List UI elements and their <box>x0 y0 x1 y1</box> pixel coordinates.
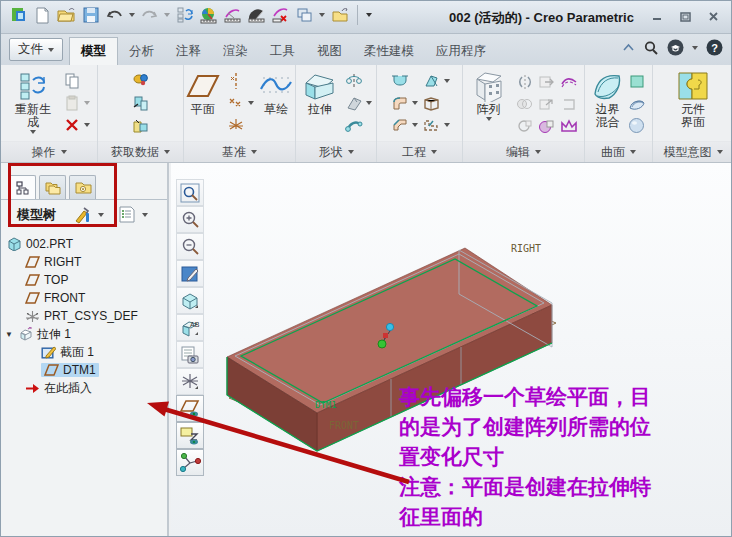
tree-item-top[interactable]: TOP <box>1 271 167 289</box>
tab-render[interactable]: 渲染 <box>212 37 259 65</box>
tab-view[interactable]: 视图 <box>306 37 353 65</box>
datum-axis-icon[interactable] <box>226 71 246 91</box>
zoom-out-button[interactable] <box>176 233 204 260</box>
undo-menu-caret[interactable] <box>129 13 135 17</box>
minimize-button[interactable] <box>650 10 665 23</box>
draft-icon[interactable] <box>422 71 442 91</box>
intersect-icon[interactable] <box>538 119 555 134</box>
sketch-button[interactable]: 草绘 <box>258 69 296 116</box>
tree-settings-button[interactable] <box>118 205 136 224</box>
chamfer-caret[interactable] <box>412 123 418 127</box>
saved-orientations-button[interactable]: AB <box>176 314 204 341</box>
windows-menu-caret[interactable] <box>319 13 325 17</box>
regenerate-button[interactable]: 重新生成 <box>8 69 58 134</box>
group-label-engineering[interactable]: 工程 <box>377 141 462 162</box>
offset-icon[interactable] <box>560 75 578 89</box>
datum-plane-button[interactable]: 平面 <box>184 69 222 116</box>
file-menu-button[interactable]: 文件 <box>9 38 63 61</box>
boundary-blend-button[interactable]: 边界混合 <box>591 69 625 129</box>
plane-display-toggle[interactable] <box>176 395 204 422</box>
swept-blend-icon[interactable] <box>344 115 364 135</box>
datum-display-button[interactable] <box>176 368 204 395</box>
measure-angle-icon[interactable] <box>247 6 266 25</box>
datum-point-caret[interactable] <box>248 101 254 105</box>
expand-collapse-icon[interactable]: ▼ <box>5 330 13 339</box>
tab-annotate[interactable]: 注释 <box>165 37 212 65</box>
tree-item-right[interactable]: RIGHT <box>1 253 167 271</box>
refit-button[interactable] <box>176 179 204 206</box>
resource-center-caret[interactable] <box>692 46 698 50</box>
shrinkwrap-icon[interactable] <box>131 115 151 135</box>
restore-button[interactable] <box>678 10 693 23</box>
pattern-button[interactable]: 阵列 <box>468 69 510 121</box>
open-session-folder-icon[interactable] <box>330 6 349 25</box>
annotation-display-toggle[interactable] <box>176 422 204 449</box>
undo-button[interactable] <box>105 6 124 25</box>
tab-tools[interactable]: 工具 <box>259 37 306 65</box>
rib-caret[interactable] <box>444 123 450 127</box>
style-surface-icon[interactable] <box>627 93 647 113</box>
customize-quick-toolbar-caret[interactable] <box>366 13 372 17</box>
extrude-button[interactable]: 拉伸 <box>300 69 340 116</box>
import-geometry-icon[interactable] <box>131 93 151 113</box>
tab-analysis[interactable]: 分析 <box>118 37 165 65</box>
view-manager-button[interactable] <box>176 341 204 368</box>
round-caret[interactable] <box>412 101 418 105</box>
resource-center-button[interactable] <box>667 39 684 56</box>
trim-icon[interactable] <box>561 98 577 111</box>
paste-caret[interactable] <box>84 101 90 105</box>
freestyle-icon[interactable] <box>627 115 647 135</box>
rib-icon[interactable] <box>422 115 442 135</box>
merge-icon[interactable] <box>516 97 533 111</box>
tree-item-dtm1[interactable]: DTM1 <box>1 361 167 379</box>
delete-button[interactable] <box>62 115 82 135</box>
redo-menu-caret[interactable] <box>164 13 170 17</box>
group-label-editing[interactable]: 编辑 <box>463 141 584 162</box>
revolve-icon[interactable] <box>344 71 364 91</box>
spin-center-toggle[interactable] <box>176 449 204 476</box>
project-icon[interactable] <box>538 97 555 111</box>
tree-item-csys[interactable]: PRT_CSYS_DEF <box>1 307 167 325</box>
help-button[interactable]: ? <box>706 39 723 56</box>
display-style-button[interactable] <box>176 287 204 314</box>
group-label-operations[interactable]: 操作 <box>1 141 97 162</box>
component-interface-button[interactable]: 元件界面 <box>671 69 715 129</box>
zoom-in-button[interactable] <box>176 206 204 233</box>
sweep-icon[interactable] <box>344 93 364 113</box>
analysis-measure-icon[interactable] <box>199 6 218 25</box>
sweep-caret[interactable] <box>366 101 372 105</box>
tree-item-section[interactable]: 截面 1 <box>1 343 167 361</box>
datum-point-icon[interactable] <box>226 93 246 113</box>
group-label-model-intent[interactable]: 模型意图 <box>653 141 732 162</box>
tree-item-front[interactable]: FRONT <box>1 289 167 307</box>
group-label-datum[interactable]: 基准 <box>184 141 295 162</box>
paste-button[interactable] <box>62 93 82 113</box>
round-icon[interactable] <box>390 93 410 113</box>
close-button[interactable] <box>706 10 721 23</box>
fill-surface-icon[interactable] <box>627 71 647 91</box>
regenerate-quick-button[interactable] <box>175 6 194 25</box>
draft-caret[interactable] <box>444 79 450 83</box>
measure-distance-icon[interactable] <box>223 6 242 25</box>
collapse-ribbon-button[interactable] <box>622 42 635 53</box>
extend-icon[interactable] <box>538 75 555 89</box>
tree-item-part[interactable]: 002.PRT <box>1 235 167 253</box>
repaint-button[interactable] <box>176 260 204 287</box>
hole-icon[interactable] <box>390 71 410 91</box>
wrap-icon[interactable] <box>560 119 578 133</box>
tree-settings-caret[interactable] <box>142 213 148 217</box>
mirror-icon[interactable] <box>516 74 534 90</box>
group-label-get-data[interactable]: 获取数据 <box>98 141 183 162</box>
group-label-shapes[interactable]: 形状 <box>296 141 376 162</box>
chamfer-icon[interactable] <box>390 115 410 135</box>
save-button[interactable] <box>81 6 100 25</box>
tree-item-extrude[interactable]: ▼ 拉伸 1 <box>1 325 167 343</box>
search-button[interactable] <box>643 40 659 56</box>
datum-csys-icon[interactable] <box>226 115 246 135</box>
windows-arrange-icon[interactable] <box>295 6 314 25</box>
group-label-surfaces[interactable]: 曲面 <box>585 141 652 162</box>
tree-item-insert-here[interactable]: 在此插入 <box>1 379 167 397</box>
clear-measures-icon[interactable] <box>271 6 290 25</box>
tab-applications[interactable]: 应用程序 <box>425 37 497 65</box>
tab-flexible-modeling[interactable]: 柔性建模 <box>353 37 425 65</box>
